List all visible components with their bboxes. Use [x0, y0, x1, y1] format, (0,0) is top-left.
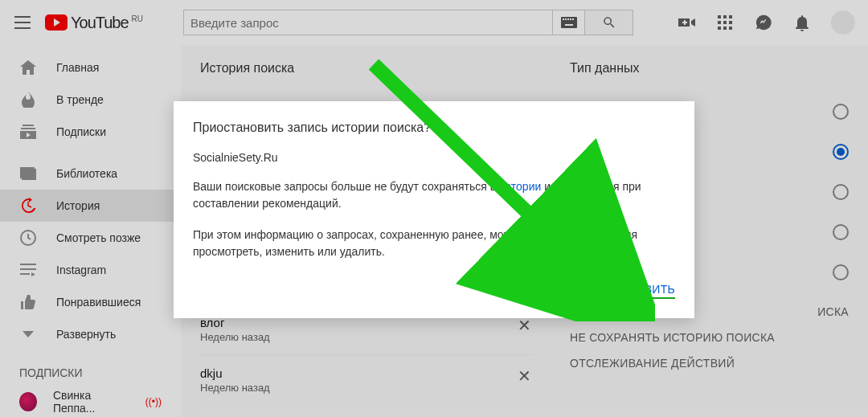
confirm-dialog: Приостановить запись истории поиска? Soc…: [174, 101, 694, 318]
dialog-subtitle: SocialnieSety.Ru: [193, 151, 675, 164]
cancel-button[interactable]: НЕТ: [522, 283, 546, 299]
history-link[interactable]: истории: [499, 180, 541, 193]
dialog-paragraph: Ваши поисковые запросы больше не будут с…: [193, 178, 675, 212]
pause-button[interactable]: ПРИОСТАНОВИТЬ: [571, 283, 675, 299]
dialog-paragraph: При этом информацию о запросах, сохранен…: [193, 227, 675, 260]
modal-overlay[interactable]: Приостановить запись истории поиска? Soc…: [0, 0, 868, 417]
dialog-title: Приостановить запись истории поиска?: [193, 121, 675, 135]
